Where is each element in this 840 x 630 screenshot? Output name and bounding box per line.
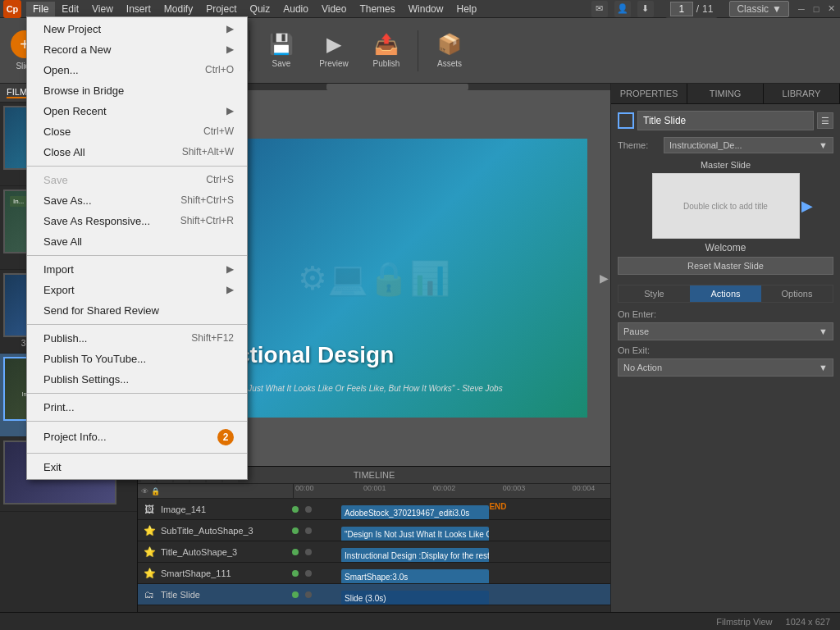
tab-properties[interactable]: PROPERTIES	[611, 84, 687, 103]
row-dots-title-shape	[292, 549, 341, 555]
timeline-bar-slide[interactable]: Slide (3.0s)	[341, 591, 489, 605]
timeline-bar-subtitle[interactable]: "Design Is Not Just What It Looks Like O…	[341, 527, 489, 541]
timeline-bar-title-shape[interactable]: Instructional Design :Display for the re…	[341, 548, 489, 562]
reset-master-btn[interactable]: Reset Master Slide	[618, 257, 833, 275]
menu-window[interactable]: Window	[402, 2, 450, 16]
menu-export[interactable]: Export ▶	[27, 280, 247, 300]
preview-label: Preview	[319, 59, 349, 68]
eye-header: 👁 🔒	[141, 487, 160, 495]
menu-modify[interactable]: Modify	[158, 2, 199, 16]
menu-browse-bridge[interactable]: Browse in Bridge	[27, 80, 247, 101]
timeline-row-subtitle[interactable]: ⭐ SubTitle_AutoShape_3 "Design Is Not Ju…	[138, 520, 610, 541]
menu-publish-settings[interactable]: Publish Settings...	[27, 369, 247, 390]
export-label: Export	[43, 284, 75, 296]
theme-select[interactable]: Instructional_De... ▼	[664, 137, 833, 153]
timeline-area: ⏮ ⏪ ▶ ⏩ ⏭ 🔊 TIMELINE 👁 🔒 00:00 00:001 00…	[138, 466, 610, 630]
menu-project-info[interactable]: Project Info... 2	[27, 425, 247, 450]
subtab-style[interactable]: Style	[619, 285, 690, 302]
subtab-actions[interactable]: Actions	[690, 285, 761, 302]
save-as-shortcut: Shift+Ctrl+S	[180, 194, 234, 206]
icon-download[interactable]: ⬇	[637, 1, 654, 17]
menu-save-as[interactable]: Save As... Shift+Ctrl+S	[27, 190, 247, 211]
on-enter-select[interactable]: Pause ▼	[618, 322, 833, 340]
file-menu-dropdown: New Project ▶ Record a New ▶ Open... Ctr…	[26, 16, 248, 480]
close-btn[interactable]: ✕	[825, 3, 837, 15]
menu-publish[interactable]: Publish... Shift+F12	[27, 328, 247, 349]
icon-social[interactable]: 👤	[614, 1, 631, 17]
slide-name-input[interactable]	[637, 111, 814, 130]
menu-print[interactable]: Print...	[27, 397, 247, 418]
close-all-shortcut: Shift+Alt+W	[182, 146, 234, 158]
maximize-btn[interactable]: □	[810, 3, 822, 15]
status-bar: Filmstrip View 1024 x 627	[0, 612, 840, 630]
menu-open[interactable]: Open... Ctrl+O	[27, 60, 247, 80]
menu-view[interactable]: View	[85, 2, 120, 16]
save-button[interactable]: 💾 Save	[257, 22, 306, 80]
menu-video[interactable]: Video	[315, 2, 353, 16]
assets-button[interactable]: 📦 Assets	[425, 22, 474, 80]
timeline-bar-smart[interactable]: SmartShape:3.0s	[341, 569, 489, 583]
menu-section-1: New Project ▶ Record a New ▶ Open... Ctr…	[27, 17, 247, 164]
menu-close-all[interactable]: Close All Shift+Alt+W	[27, 142, 247, 162]
menu-save-all[interactable]: Save All	[27, 231, 247, 252]
row-dot-sm2[interactable]	[305, 570, 312, 577]
menu-themes[interactable]: Themes	[353, 2, 401, 16]
timeline-row-slide[interactable]: 🗂 Title Slide Slide (3.0s)	[138, 584, 610, 605]
row-dot-2[interactable]	[305, 506, 312, 513]
tab-timing[interactable]: TIMING	[687, 84, 764, 103]
time-mark-0: 00:00	[295, 484, 314, 492]
canvas-scroll-right[interactable]: ▶	[600, 272, 609, 285]
menu-open-recent[interactable]: Open Recent ▶	[27, 101, 247, 121]
minimize-btn[interactable]: ─	[796, 3, 807, 15]
preview-button[interactable]: ▶ Preview	[309, 22, 358, 80]
timeline-row-title-shape[interactable]: ⭐ Title_AutoShape_3 Instructional Design…	[138, 541, 610, 563]
timeline-row-smart[interactable]: ⭐ SmartShape_111 SmartShape:3.0s	[138, 563, 610, 584]
row-dot-1[interactable]	[292, 506, 299, 513]
row-dot-sl1[interactable]	[292, 591, 299, 598]
menu-record-new[interactable]: Record a New ▶	[27, 39, 247, 60]
row-icon-image: 🖼	[141, 501, 158, 518]
publish-button[interactable]: 📤 Publish	[362, 22, 411, 80]
timeline-bar-image[interactable]: AdobeStock_370219467_editi3.0s	[341, 505, 489, 519]
page-current-input[interactable]	[670, 2, 693, 16]
row-dot-s2[interactable]	[305, 527, 312, 534]
row-dot-t1[interactable]	[292, 549, 299, 555]
subtabs: Style Actions Options	[618, 285, 833, 303]
menu-quiz[interactable]: Quiz	[244, 2, 277, 16]
row-bar-area-subtitle: "Design Is Not Just What It Looks Like O…	[341, 520, 610, 541]
row-name-image: Image_141	[161, 504, 292, 514]
step-badge-2: 2	[217, 429, 234, 445]
row-dot-sl2[interactable]	[305, 591, 312, 598]
menu-new-project[interactable]: New Project ▶	[27, 19, 247, 39]
row-name-title-shape: Title_AutoShape_3	[161, 547, 292, 557]
menu-publish-youtube[interactable]: Publish To YouTube...	[27, 349, 247, 369]
menu-file[interactable]: File	[26, 2, 55, 16]
menu-audio[interactable]: Audio	[276, 2, 315, 16]
menu-save-responsive[interactable]: Save As Responsive... Shift+Ctrl+R	[27, 211, 247, 231]
menu-close[interactable]: Close Ctrl+W	[27, 121, 247, 142]
menu-shared-review[interactable]: Send for Shared Review	[27, 300, 247, 321]
row-icon-title-shape: ⭐	[141, 544, 158, 560]
menu-edit[interactable]: Edit	[55, 2, 85, 16]
menu-import[interactable]: Import ▶	[27, 259, 247, 280]
theme-label: Theme:	[618, 140, 659, 150]
menu-save[interactable]: Save Ctrl+S	[27, 170, 247, 190]
subtab-options[interactable]: Options	[761, 285, 833, 302]
on-exit-select[interactable]: No Action ▼	[618, 358, 833, 377]
row-dot-sm1[interactable]	[292, 570, 299, 577]
row-dot-t2[interactable]	[305, 549, 312, 555]
slide-menu-btn[interactable]: ☰	[817, 112, 833, 129]
toolbar-sep-4	[418, 30, 418, 71]
mode-selector[interactable]: Classic ▼	[729, 1, 789, 17]
menu-exit[interactable]: Exit	[27, 457, 247, 477]
save-responsive-label: Save As Responsive...	[43, 215, 150, 227]
row-dot-s1[interactable]	[292, 527, 299, 534]
menu-help[interactable]: Help	[450, 2, 483, 16]
row-icon-slide: 🗂	[141, 587, 158, 603]
timeline-row-image[interactable]: 🖼 Image_141 AdobeStock_370219467_editi3.…	[138, 499, 610, 520]
menu-insert[interactable]: Insert	[120, 2, 158, 16]
menu-project[interactable]: Project	[199, 2, 243, 16]
master-slide-preview[interactable]: Double click to add title	[652, 173, 800, 239]
tab-library[interactable]: LIBRARY	[764, 84, 840, 103]
icon-email[interactable]: ✉	[591, 1, 608, 17]
